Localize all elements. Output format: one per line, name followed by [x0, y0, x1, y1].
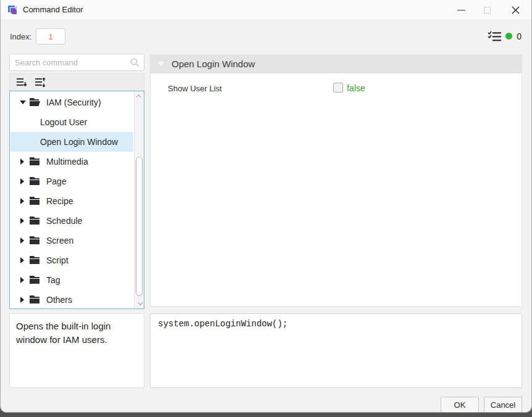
event-count: 0 [517, 31, 522, 41]
properties-panel: Show User List false [150, 73, 522, 307]
tree-item-label: Tag [46, 275, 60, 285]
folder-icon [30, 217, 39, 225]
index-input[interactable] [36, 28, 65, 44]
event-status-cluster: 0 [488, 31, 522, 41]
tree-item-label: Screen [46, 236, 73, 246]
tree-scrollbar[interactable] [134, 91, 144, 308]
tree-item-label: Logout User [40, 117, 87, 127]
expand-all-button[interactable] [33, 76, 47, 89]
tree-item-page[interactable]: Page [10, 171, 133, 191]
collapse-arrow-icon[interactable] [20, 198, 24, 204]
collapse-all-button[interactable] [15, 76, 28, 89]
tree-rows: IAM (Security) Logout User Open Login Wi… [10, 93, 133, 310]
window-title: Command Editor [23, 0, 83, 20]
search-input[interactable] [15, 55, 126, 70]
scroll-down-button[interactable] [135, 299, 144, 308]
properties-header[interactable]: Open Login Window [150, 54, 522, 73]
scrollbar-thumb[interactable] [136, 157, 143, 296]
search-icon [130, 58, 139, 70]
folder-icon [30, 177, 39, 185]
command-tree: IAM (Security) Logout User Open Login Wi… [9, 91, 144, 309]
collapse-arrow-icon[interactable] [20, 277, 24, 283]
tree-item-screen[interactable]: Screen [10, 231, 133, 250]
tree-item-label: Page [46, 176, 67, 186]
folder-icon [30, 157, 39, 165]
chevron-up-icon [136, 94, 141, 99]
scroll-up-button[interactable] [135, 91, 144, 101]
property-row-show-user-list: Show User List false [151, 73, 522, 102]
tree-item-others[interactable]: Others [10, 290, 133, 310]
collapse-arrow-icon[interactable] [20, 178, 24, 184]
folder-icon [30, 276, 39, 284]
cancel-button[interactable]: Cancel [484, 397, 522, 413]
collapse-arrow-icon[interactable] [20, 257, 24, 263]
tree-item-recipe[interactable]: Recipe [10, 191, 133, 211]
tree-item-label: Script [46, 255, 69, 265]
tree-item-open-login-window[interactable]: Open Login Window [10, 132, 133, 152]
tree-item-logout-user[interactable]: Logout User [10, 112, 133, 132]
tree-item-label: IAM (Security) [46, 97, 101, 107]
folder-open-icon [30, 98, 40, 106]
show-user-list-checkbox[interactable] [333, 83, 343, 93]
minimize-button[interactable] [449, 0, 473, 20]
collapse-arrow-icon[interactable] [20, 218, 24, 224]
property-label: Show User List [168, 84, 222, 93]
ok-button[interactable]: OK [441, 397, 479, 413]
tree-item-label: Multimedia [46, 157, 88, 167]
folder-icon [30, 197, 39, 205]
close-icon [512, 6, 520, 14]
collapse-arrow-icon[interactable] [20, 237, 24, 244]
collapse-all-icon [17, 78, 27, 87]
tree-item-label: Others [46, 295, 72, 305]
tree-item-script[interactable]: Script [10, 250, 133, 270]
collapse-arrow-icon[interactable] [20, 297, 24, 303]
tree-item-label: Open Login Window [40, 137, 118, 147]
event-list-icon[interactable] [488, 31, 501, 41]
tree-item-tag[interactable]: Tag [10, 270, 133, 290]
tree-toolbar [9, 73, 144, 91]
collapse-arrow-icon[interactable] [20, 159, 24, 165]
tree-item-multimedia[interactable]: Multimedia [10, 152, 133, 171]
tree-item-iam-security[interactable]: IAM (Security) [10, 93, 133, 112]
search-box [9, 54, 144, 71]
tree-item-label: Schedule [46, 216, 82, 226]
chevron-down-icon [138, 300, 143, 305]
properties-title: Open Login Window [172, 59, 255, 69]
folder-icon [30, 236, 39, 244]
close-button[interactable] [503, 0, 528, 20]
command-editor-window: Command Editor Index: 0 [0, 0, 532, 413]
tree-item-schedule[interactable]: Schedule [10, 211, 133, 231]
tree-item-label: Recipe [46, 196, 73, 206]
folder-icon [30, 295, 39, 303]
folder-icon [30, 256, 39, 264]
maximize-button[interactable] [475, 0, 499, 20]
expand-arrow-icon[interactable] [20, 101, 26, 104]
expand-all-icon [35, 78, 46, 87]
index-label: Index: [10, 32, 31, 41]
code-preview[interactable]: system.openLoginWindow(); [150, 313, 522, 388]
minimize-icon [457, 10, 465, 10]
command-description: Opens the built-in login window for IAM … [9, 313, 144, 388]
maximize-icon [484, 7, 491, 14]
titlebar: Command Editor [1, 0, 531, 20]
section-collapse-icon[interactable] [157, 62, 165, 66]
app-logo-icon [7, 4, 18, 15]
status-dot-icon [505, 33, 512, 39]
property-value: false [347, 83, 365, 93]
